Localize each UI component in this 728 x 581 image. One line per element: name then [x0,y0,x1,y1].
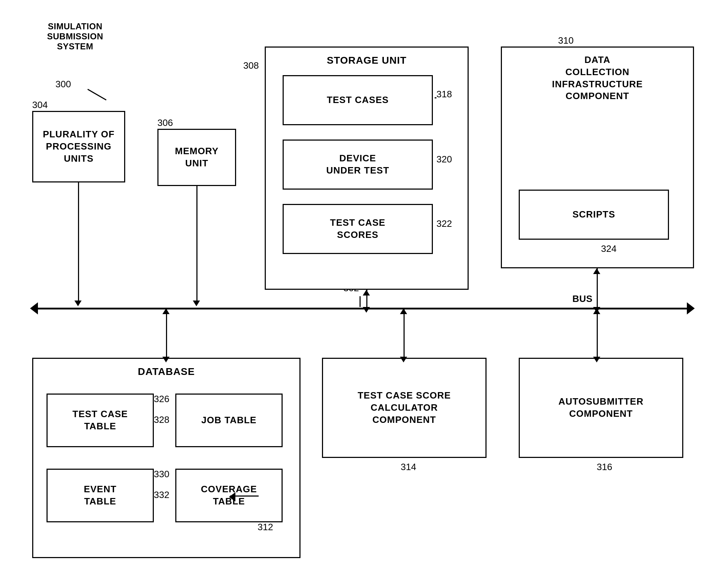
job-table-box: JOB TABLE [175,394,283,447]
connector-database [166,308,167,358]
scripts-box: SCRIPTS [519,190,669,240]
ref-312: 312 [258,522,273,533]
architecture-diagram: SIMULATIONSUBMISSIONSYSTEM 300 BUS 302 P… [0,0,728,581]
test-cases-box: TEST CASES [283,75,433,125]
test-case-table-box: TEST CASETABLE [47,394,154,447]
arrow-database-up [162,308,170,314]
ref-320: 320 [436,154,452,165]
simulation-submission-label: SIMULATIONSUBMISSIONSYSTEM [29,21,122,52]
ref-322: 322 [436,218,452,229]
arrow-calc-up [400,308,407,314]
ref-308: 308 [243,60,259,71]
bus-line [36,308,687,309]
ref-314: 314 [401,462,416,473]
ref-326: 326 [154,394,169,405]
device-under-test-label: DEVICEUNDER TEST [326,152,389,177]
ref-310: 310 [558,35,573,46]
autosubmitter-box: AUTOSUBMITTERCOMPONENT [519,358,683,458]
ref-316: 316 [597,462,612,473]
event-table-label: EVENTTABLE [84,483,117,508]
test-case-scores-box: TEST CASESCORES [283,204,433,254]
test-case-scores-label: TEST CASESCORES [330,217,386,241]
arrow-storage-up [363,290,370,296]
test-cases-label: TEST CASES [327,94,389,106]
ref-332: 332 [154,489,169,501]
connector-calc [404,308,405,358]
database-label: DATABASE [138,365,195,378]
arrow-autosubmitter-up [593,308,600,314]
arrow-306-down [193,301,200,306]
plurality-processing-label: PLURALITY OFPROCESSINGUNITS [43,128,115,165]
ref-324: 324 [601,243,616,254]
event-table-box: EVENTTABLE [47,469,154,522]
arrow-datacollection-up [593,268,600,274]
connector-datacollection [597,268,598,308]
connector-304 [78,182,79,301]
arrow-storage-down [363,307,370,313]
test-case-score-calc-label: TEST CASE SCORECALCULATORCOMPONENT [358,390,451,426]
bus-label: BUS [572,293,592,304]
connector-autosubmitter [597,308,598,358]
data-collection-label: DATACOLLECTIONINFRASTRUCTURECOMPONENT [552,54,643,102]
scripts-label: SCRIPTS [572,209,615,221]
ref-304: 304 [32,99,48,111]
memory-unit-box: MEMORYUNIT [157,129,236,186]
ref-330: 330 [154,469,169,480]
arrow-autosubmitter-down [593,357,600,362]
arrow-database-down2 [162,357,170,362]
test-case-score-calc-box: TEST CASE SCORECALCULATORCOMPONENT [322,358,487,458]
ref-328: 328 [154,414,169,425]
ref-318: 318 [436,89,452,100]
ref-300: 300 [55,79,71,90]
arrow-304-down [74,301,82,306]
autosubmitter-label: AUTOSUBMITTERCOMPONENT [558,396,644,420]
ref-306: 306 [157,117,173,128]
test-case-table-label: TEST CASETABLE [73,408,128,433]
memory-unit-label: MEMORYUNIT [175,145,219,170]
job-table-label: JOB TABLE [201,414,256,426]
arrow-calc-down [400,357,407,362]
connector-306 [196,186,197,301]
plurality-processing-box: PLURALITY OFPROCESSINGUNITS [32,111,125,182]
storage-unit-label: STORAGE UNIT [327,54,406,67]
device-under-test-box: DEVICEUNDER TEST [283,140,433,190]
